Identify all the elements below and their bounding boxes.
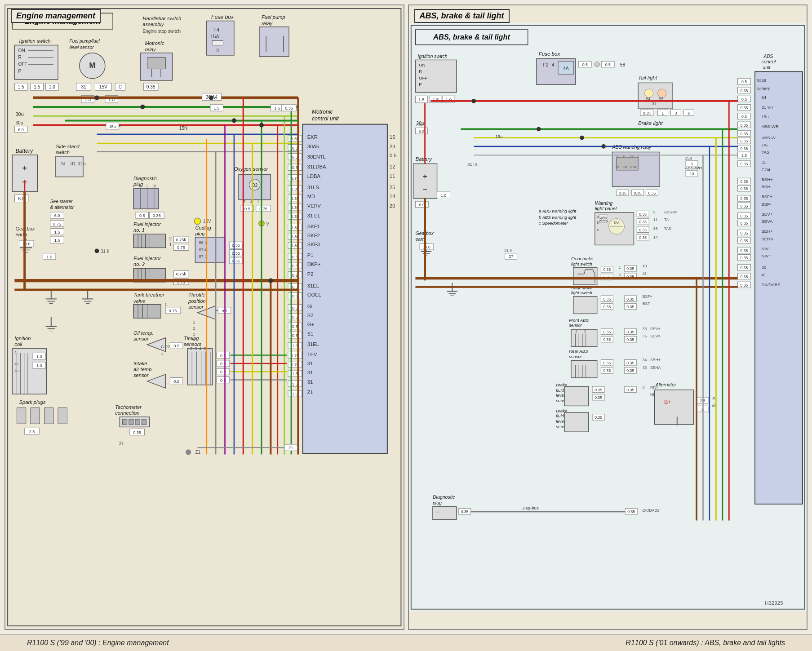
svg-text:GL: GL — [307, 304, 314, 309]
svg-text:1: 1 — [437, 510, 439, 514]
svg-rect-173 — [133, 188, 159, 209]
svg-rect-653 — [571, 360, 597, 378]
svg-text:ABS-WR: ABS-WR — [685, 165, 702, 170]
svg-text:0.35: 0.35 — [603, 267, 611, 272]
svg-point-735 — [471, 99, 476, 103]
svg-text:0.35: 0.35 — [740, 266, 748, 270]
svg-text:0.35: 0.35 — [133, 430, 141, 435]
svg-text:15u: 15u — [495, 134, 502, 139]
svg-text:0.35: 0.35 — [603, 337, 611, 342]
svg-text:30u: 30u — [15, 111, 24, 117]
svg-text:OFF: OFF — [419, 75, 427, 80]
svg-text:0.5: 0.5 — [292, 264, 298, 268]
svg-text:sensor: sensor — [569, 323, 582, 328]
svg-text:Ignition switch: Ignition switch — [19, 38, 51, 44]
svg-point-375 — [94, 95, 99, 100]
svg-point-426 — [594, 62, 599, 67]
svg-text:Motronic: Motronic — [145, 41, 164, 46]
svg-point-380 — [268, 279, 273, 283]
svg-text:0.35: 0.35 — [626, 297, 634, 301]
svg-text:plug: plug — [195, 231, 205, 236]
svg-text:15u: 15u — [685, 155, 692, 160]
svg-text:Spark plugs: Spark plugs — [19, 399, 46, 405]
svg-text:See starter: See starter — [50, 199, 73, 204]
svg-text:0.35: 0.35 — [740, 204, 748, 208]
svg-text:1: 1 — [164, 302, 167, 307]
svg-text:0.35: 0.35 — [740, 179, 748, 184]
svg-text:SEVA: SEVA — [761, 219, 773, 224]
svg-text:31 VII: 31 VII — [761, 105, 772, 110]
svg-text:control unit: control unit — [312, 115, 339, 122]
svg-text:BSF-: BSF- — [761, 202, 771, 207]
svg-text:P: P — [419, 82, 422, 87]
svg-text:0.75k: 0.75k — [176, 272, 186, 276]
svg-text:15u: 15u — [761, 114, 768, 119]
svg-text:1: 1 — [193, 320, 195, 325]
svg-text:1.5: 1.5 — [54, 230, 60, 235]
svg-text:relay: relay — [145, 47, 156, 52]
svg-text:0.35: 0.35 — [740, 239, 748, 243]
svg-text:SEV+: SEV+ — [650, 327, 660, 331]
svg-text:b ABS warning light: b ABS warning light — [538, 215, 576, 220]
svg-text:0.5: 0.5 — [292, 306, 298, 310]
svg-text:1.5: 1.5 — [292, 382, 298, 386]
svg-text:1: 1 — [575, 329, 577, 333]
svg-text:Z1: Z1 — [195, 450, 200, 455]
svg-text:0.35: 0.35 — [639, 228, 647, 232]
svg-text:Intake: Intake — [133, 361, 147, 366]
svg-text:& alternator: & alternator — [50, 205, 74, 210]
svg-text:0.5: 0.5 — [292, 333, 298, 338]
svg-text:Warning: Warning — [595, 200, 612, 206]
svg-text:Diagnostic: Diagnostic — [133, 176, 157, 181]
svg-text:0.5: 0.5 — [292, 324, 298, 329]
svg-text:plug: plug — [432, 500, 441, 505]
svg-text:SEH+: SEH+ — [761, 229, 773, 234]
svg-text:sensors: sensors — [184, 341, 202, 347]
svg-text:30u: 30u — [15, 120, 23, 125]
svg-text:1: 1 — [257, 199, 259, 204]
svg-text:33: 33 — [642, 327, 647, 331]
svg-text:+: + — [22, 163, 27, 173]
svg-text:0.35: 0.35 — [146, 84, 155, 89]
svg-text:31s: 31s — [78, 161, 86, 166]
svg-text:0.5: 0.5 — [582, 62, 587, 67]
svg-text:light switch: light switch — [571, 261, 592, 266]
svg-text:25: 25 — [390, 185, 395, 190]
left-panel: Engine management Engine management Igni… — [4, 4, 404, 630]
svg-text:31: 31 — [652, 102, 656, 106]
svg-text:0.35: 0.35 — [232, 243, 240, 248]
svg-point-737 — [580, 136, 584, 140]
svg-text:a: a — [597, 214, 599, 219]
svg-text:0.35: 0.35 — [603, 297, 611, 301]
svg-text:0.35: 0.35 — [740, 186, 748, 191]
svg-text:TEV: TEV — [307, 352, 317, 357]
svg-text:1.0: 1.0 — [440, 193, 446, 198]
left-wiring-diagram: Engine management Ignition switch ON R O… — [5, 5, 404, 629]
svg-text:38: 38 — [653, 226, 657, 231]
svg-text:S2: S2 — [307, 313, 314, 318]
svg-text:0.35: 0.35 — [740, 275, 748, 279]
svg-text:0.35: 0.35 — [595, 395, 602, 400]
svg-text:Throttle: Throttle — [188, 292, 205, 297]
svg-text:c: c — [597, 227, 599, 232]
svg-text:0.35: 0.35 — [639, 235, 647, 240]
svg-text:4a: 4a — [14, 362, 19, 366]
svg-text:VERV: VERV — [307, 203, 321, 208]
svg-text:31: 31 — [307, 370, 313, 375]
svg-text:Tank breather: Tank breather — [133, 292, 165, 297]
svg-text:31: 31 — [81, 84, 86, 89]
svg-text:4: 4 — [551, 62, 554, 67]
svg-text:0.35: 0.35 — [740, 162, 748, 166]
svg-text:1.5: 1.5 — [18, 84, 24, 89]
svg-text:54: 54 — [761, 95, 766, 100]
svg-text:2: 2 — [169, 236, 172, 241]
svg-text:31: 31 — [119, 441, 124, 446]
svg-text:Fuel injector: Fuel injector — [133, 256, 161, 261]
svg-rect-692 — [654, 390, 693, 425]
svg-text:fluid: fluid — [556, 388, 564, 393]
svg-text:CO4: CO4 — [761, 167, 770, 172]
svg-text:0.35: 0.35 — [740, 123, 748, 128]
svg-rect-53 — [259, 27, 289, 57]
svg-text:20: 20 — [390, 203, 395, 208]
svg-text:58: 58 — [761, 78, 766, 83]
